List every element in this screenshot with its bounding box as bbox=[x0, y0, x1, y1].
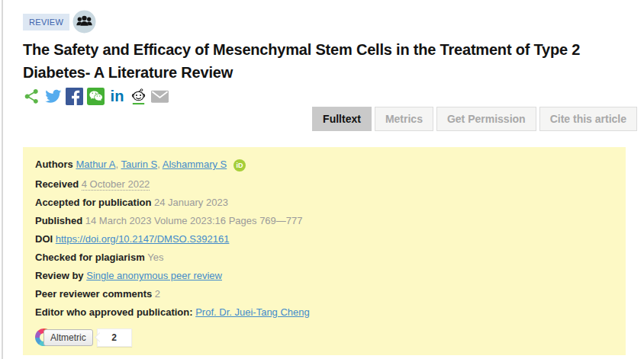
tab-cite-this-article[interactable]: Cite this article bbox=[539, 107, 637, 131]
twitter-icon[interactable] bbox=[44, 88, 62, 105]
page-left-border bbox=[2, 0, 3, 359]
editor-label: Editor who approved publication: bbox=[35, 306, 193, 318]
reddit-icon[interactable] bbox=[130, 88, 147, 105]
peer-comments-value: 2 bbox=[155, 288, 160, 300]
plagiarism-value: Yes bbox=[147, 252, 163, 263]
article-category-row: REVIEW bbox=[23, 10, 96, 34]
review-category-badge[interactable]: REVIEW bbox=[23, 14, 69, 30]
review-by-label: Review by bbox=[35, 270, 84, 281]
editor-link[interactable]: Prof. Dr. Juei-Tang Cheng bbox=[195, 306, 310, 318]
author-link-alshammary[interactable]: Alshammary S bbox=[163, 159, 227, 170]
accepted-date: 24 January 2023 bbox=[154, 197, 228, 208]
wechat-icon[interactable] bbox=[87, 88, 105, 105]
tab-fulltext[interactable]: Fulltext bbox=[312, 107, 372, 131]
facebook-icon[interactable] bbox=[66, 88, 83, 105]
altmetric-badge[interactable]: Altmetric 2 bbox=[35, 329, 613, 346]
review-by-link[interactable]: Single anonymous peer review bbox=[86, 270, 222, 281]
published-label: Published bbox=[35, 215, 82, 226]
altmetric-label: Altmetric bbox=[43, 329, 93, 346]
author-separator: , bbox=[116, 159, 121, 170]
article-tab-bar: Fulltext Metrics Get Permission Cite thi… bbox=[312, 107, 637, 131]
doi-link[interactable]: https://doi.org/10.2147/DMSO.S392161 bbox=[56, 233, 230, 245]
orcid-icon[interactable]: iD bbox=[233, 159, 246, 171]
accepted-label: Accepted for publication bbox=[35, 197, 151, 208]
authors-row: Authors Mathur A, Taurin S, Alshammary S… bbox=[35, 159, 613, 171]
author-link-taurin[interactable]: Taurin S bbox=[121, 159, 158, 170]
received-row: Received 4 October 2022 bbox=[35, 179, 613, 190]
share-icon[interactable] bbox=[23, 88, 40, 105]
tab-metrics[interactable]: Metrics bbox=[375, 107, 433, 131]
linkedin-icon[interactable]: in bbox=[108, 88, 126, 105]
doi-label: DOI bbox=[35, 233, 53, 245]
group-people-icon bbox=[72, 10, 96, 34]
email-icon[interactable] bbox=[151, 88, 169, 105]
social-share-row: in bbox=[23, 88, 169, 105]
received-date: 4 October 2022 bbox=[82, 178, 150, 191]
peer-comments-label: Peer reviewer comments bbox=[35, 288, 152, 300]
page-title: The Safety and Efficacy of Mesenchymal S… bbox=[23, 38, 591, 84]
published-details: 14 March 2023 Volume 2023:16 Pages 769—7… bbox=[85, 215, 303, 226]
tab-get-permission[interactable]: Get Permission bbox=[436, 107, 536, 131]
plagiarism-label: Checked for plagiarism bbox=[35, 252, 145, 263]
review-by-row: Review by Single anonymous peer review bbox=[35, 271, 613, 281]
plagiarism-row: Checked for plagiarism Yes bbox=[35, 252, 613, 263]
published-row: Published 14 March 2023 Volume 2023:16 P… bbox=[35, 216, 613, 226]
doi-row: DOI https://doi.org/10.2147/DMSO.S392161 bbox=[35, 234, 613, 245]
peer-comments-row: Peer reviewer comments 2 bbox=[35, 289, 613, 300]
author-link-mathur[interactable]: Mathur A bbox=[76, 159, 115, 170]
accepted-row: Accepted for publication 24 January 2023 bbox=[35, 197, 613, 208]
received-label: Received bbox=[35, 178, 79, 190]
article-page: REVIEW The Safety and Efficacy of Mesenc… bbox=[0, 0, 644, 359]
editor-row: Editor who approved publication: Prof. D… bbox=[35, 307, 613, 318]
article-meta-box: Authors Mathur A, Taurin S, Alshammary S… bbox=[23, 147, 626, 355]
authors-label: Authors bbox=[35, 159, 73, 170]
